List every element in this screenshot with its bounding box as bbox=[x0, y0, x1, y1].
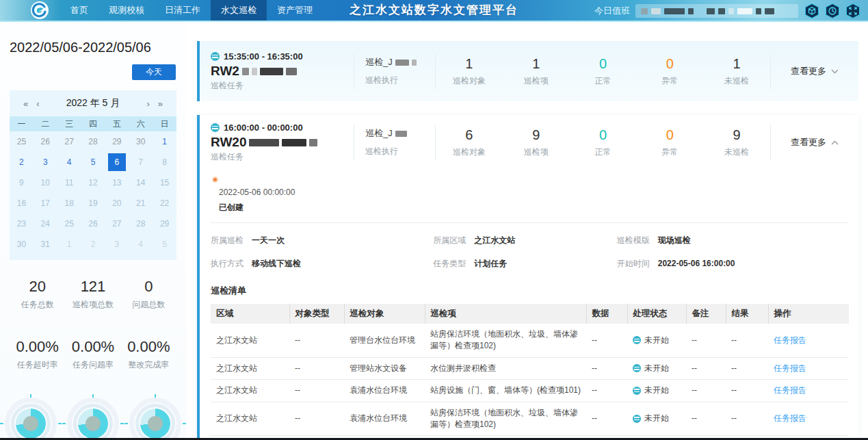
table-cell: -- bbox=[726, 324, 768, 357]
nav-item[interactable]: 观测校核 bbox=[98, 0, 155, 21]
calendar-day[interactable]: 9 bbox=[10, 174, 34, 192]
sidebar-stats: 20任务总数121巡检项总数0问题总数0.00%任务超时率0.00%任务问题率0… bbox=[10, 278, 176, 371]
calendar-day[interactable]: 7 bbox=[129, 153, 153, 171]
table-cell: 之江水文站 bbox=[211, 357, 289, 379]
calendar-day[interactable]: 2 bbox=[10, 153, 34, 171]
nav-item[interactable]: 水文巡检 bbox=[211, 0, 267, 21]
task-report-link[interactable]: 任务报告 bbox=[774, 413, 806, 423]
cube-icon[interactable] bbox=[804, 3, 820, 19]
weekday-label: 日 bbox=[153, 118, 176, 130]
redacted-text bbox=[242, 68, 249, 75]
calendar-day[interactable]: 22 bbox=[153, 194, 176, 212]
calendar-day[interactable]: 29 bbox=[105, 133, 129, 151]
task-stat: 0正常 bbox=[570, 127, 637, 158]
top-header: 首页观测校核日清工作水文巡检资产管理 之江水文站数字水文管理平台 今日值班 bbox=[0, 0, 868, 22]
duty-label: 今日值班 bbox=[594, 5, 630, 17]
status-cell: 未开始 bbox=[627, 324, 686, 357]
stat-label: 整改完成率 bbox=[121, 359, 176, 371]
task-stat-value: 9 bbox=[503, 127, 570, 143]
task-stat-value: 1 bbox=[503, 56, 570, 72]
calendar-day[interactable]: 12 bbox=[81, 174, 105, 192]
not-started-icon bbox=[633, 387, 641, 395]
redacted-text bbox=[395, 131, 407, 137]
calendar-day[interactable]: 26 bbox=[81, 215, 105, 233]
calendar-day[interactable]: 17 bbox=[34, 194, 57, 212]
stat-value: 0.00% bbox=[121, 338, 176, 356]
calendar-day[interactable]: 14 bbox=[129, 174, 153, 192]
calendar-day[interactable]: 1 bbox=[57, 235, 81, 253]
nav-item[interactable]: 日清工作 bbox=[155, 0, 211, 21]
status-text: 未开始 bbox=[644, 363, 669, 374]
calendar-day[interactable]: 18 bbox=[57, 194, 81, 212]
field-label: 巡检模版 bbox=[617, 235, 650, 245]
calendar-day[interactable]: 15 bbox=[153, 174, 176, 192]
next-month-icon[interactable]: › bbox=[142, 99, 153, 109]
calendar-day[interactable]: 31 bbox=[34, 235, 57, 253]
table-cell: -- bbox=[726, 380, 768, 402]
task-stat-label: 异常 bbox=[636, 146, 703, 158]
calendar-day[interactable]: 16 bbox=[10, 194, 34, 212]
clock-icon[interactable] bbox=[824, 3, 841, 19]
prev-year-icon[interactable]: « bbox=[19, 99, 32, 109]
stat-label: 问题总数 bbox=[121, 299, 176, 311]
redacted-text bbox=[412, 60, 417, 66]
nav-item[interactable]: 资产管理 bbox=[267, 0, 323, 21]
calendar-day[interactable]: 27 bbox=[105, 215, 129, 233]
calendar-day[interactable]: 29 bbox=[153, 215, 176, 233]
table-column-header: 对象类型 bbox=[289, 304, 344, 324]
calendar-day[interactable]: 2 bbox=[81, 235, 105, 253]
task-report-link[interactable]: 任务报告 bbox=[774, 385, 806, 395]
calendar-day[interactable]: 19 bbox=[81, 194, 105, 212]
calendar-day[interactable]: 20 bbox=[105, 194, 129, 212]
calendar-day[interactable]: 3 bbox=[105, 235, 129, 253]
task-stat-label: 异常 bbox=[636, 75, 703, 87]
task-report-link[interactable]: 任务报告 bbox=[774, 363, 806, 373]
calendar-day[interactable]: 3 bbox=[34, 153, 57, 171]
task-stat: 9巡检项 bbox=[503, 127, 570, 158]
calendar-day[interactable]: 13 bbox=[105, 174, 129, 192]
calendar-day[interactable]: 27 bbox=[57, 133, 81, 151]
chevron-down-icon bbox=[831, 69, 839, 74]
calendar-day[interactable]: 28 bbox=[129, 215, 153, 233]
calendar-day[interactable]: 10 bbox=[34, 174, 57, 192]
calendar-day[interactable]: 4 bbox=[57, 153, 81, 171]
calendar-day[interactable]: 1 bbox=[153, 133, 176, 151]
calendar-day[interactable]: 25 bbox=[57, 215, 81, 233]
calendar-day[interactable]: 28 bbox=[81, 133, 105, 151]
today-button[interactable]: 今天 bbox=[132, 64, 176, 80]
fullscreen-icon[interactable] bbox=[845, 3, 861, 19]
action-cell: 任务报告 bbox=[768, 380, 849, 402]
task-stat-value: 0 bbox=[636, 56, 703, 72]
table-cell: -- bbox=[289, 402, 344, 436]
sidebar-stat: 0.00%任务问题率 bbox=[65, 338, 120, 371]
calendar-day[interactable]: 5 bbox=[153, 235, 176, 253]
calendar-day[interactable]: 5 bbox=[81, 153, 105, 171]
task-report-link[interactable]: 任务报告 bbox=[774, 335, 806, 345]
calendar-day[interactable]: 6 bbox=[108, 153, 126, 171]
inspection-list-title: 巡检清单 bbox=[211, 285, 858, 297]
main-content: 15:35:00 - 16:35:00 RW2 巡检任务 巡检_J 巡检执行 1… bbox=[197, 23, 868, 440]
table-row: 之江水文站--管理站水文设备水位测井淤积检查--未开始----任务报告 bbox=[211, 357, 849, 379]
calendar-day[interactable]: 30 bbox=[10, 235, 34, 253]
calendar-day[interactable]: 30 bbox=[129, 133, 153, 151]
sidebar-stat: 0.00%整改完成率 bbox=[121, 338, 176, 371]
redacted-text bbox=[395, 60, 409, 66]
next-year-icon[interactable]: » bbox=[154, 99, 167, 109]
calendar-day[interactable]: 26 bbox=[34, 133, 57, 151]
calendar-day[interactable]: 4 bbox=[129, 235, 153, 253]
calendar-day[interactable]: 25 bbox=[10, 133, 34, 151]
calendar-day[interactable]: 23 bbox=[10, 215, 34, 233]
table-cell: -- bbox=[726, 357, 768, 379]
prev-month-icon[interactable]: ‹ bbox=[32, 99, 43, 109]
calendar-day[interactable]: 21 bbox=[129, 194, 153, 212]
calendar-day[interactable]: 8 bbox=[153, 153, 176, 171]
detail-field: 所属区域之江水文站 bbox=[433, 235, 617, 246]
view-more-button[interactable]: 查看更多 bbox=[771, 65, 858, 77]
calendar-day[interactable]: 24 bbox=[34, 215, 57, 233]
detail-field: 巡检模版现场巡检 bbox=[617, 235, 849, 246]
view-more-button[interactable]: 查看更多 bbox=[771, 136, 858, 148]
nav-item[interactable]: 首页 bbox=[60, 0, 98, 21]
timeline-status: 已创建 bbox=[219, 202, 858, 213]
task-stat-value: 1 bbox=[703, 56, 770, 72]
calendar-day[interactable]: 11 bbox=[57, 174, 81, 192]
